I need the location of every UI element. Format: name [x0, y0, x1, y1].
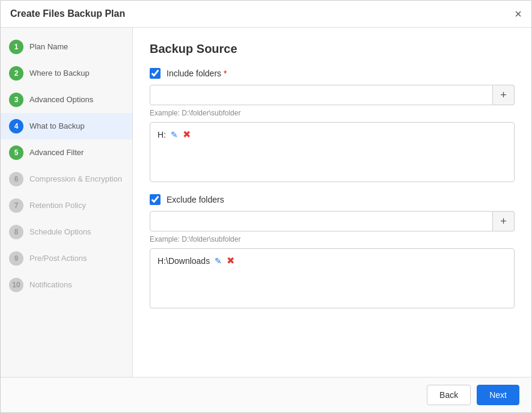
include-folders-label[interactable]: Include folders: [167, 69, 221, 78]
include-folder-entry: H: ✎ ✖: [157, 129, 507, 140]
sidebar-item-label-8: Schedule Options: [29, 227, 91, 237]
step-badge-8: 8: [9, 225, 23, 239]
edit-icon-2: ✎: [215, 256, 222, 266]
step-badge-3: 3: [9, 93, 23, 107]
modal-header: Create Files Backup Plan ×: [1, 1, 531, 28]
next-button[interactable]: Next: [477, 385, 519, 405]
step-badge-9: 9: [9, 251, 23, 266]
sidebar-item-label-3: Advanced Options: [29, 95, 93, 105]
modal-body: 1 Plan Name 2 Where to Backup 3 Advanced…: [1, 28, 531, 377]
include-folders-checkbox[interactable]: [150, 68, 161, 79]
include-example-text: Example: D:\folder\subfolder: [150, 109, 515, 117]
remove-icon-2: ✖: [227, 255, 234, 266]
sidebar-item-label-7: Retention Policy: [29, 201, 86, 211]
edit-icon: ✎: [171, 130, 178, 139]
modal-footer: Back Next: [1, 377, 531, 412]
exclude-input-row: +: [150, 211, 515, 231]
include-folder-name: H:: [157, 130, 166, 139]
sidebar-item-label-5: Advanced Filter: [29, 148, 84, 158]
include-folders-row: Include folders *: [150, 68, 515, 79]
required-star: *: [224, 69, 227, 78]
section-title: Backup Source: [150, 42, 515, 56]
sidebar-item-7: 7 Retention Policy: [1, 192, 132, 219]
sidebar-item-6: 6 Compression & Encryption: [1, 166, 132, 192]
step-badge-5: 5: [9, 145, 23, 160]
remove-icon: ✖: [183, 129, 191, 140]
include-folder-input[interactable]: [150, 85, 493, 105]
main-content: Backup Source Include folders * + Exampl…: [133, 28, 531, 377]
exclude-add-button[interactable]: +: [493, 211, 515, 231]
sidebar-item-4[interactable]: 4 What to Backup: [1, 113, 132, 139]
step-badge-7: 7: [9, 198, 23, 213]
include-edit-button[interactable]: ✎: [171, 130, 178, 139]
exclude-folder-entry: H:\Downloads ✎ ✖: [157, 255, 507, 266]
add-icon: +: [500, 89, 507, 102]
sidebar-item-8: 8 Schedule Options: [1, 219, 132, 245]
step-badge-4: 4: [9, 119, 23, 133]
step-badge-1: 1: [9, 40, 23, 54]
exclude-folders-label[interactable]: Exclude folders: [167, 195, 224, 204]
sidebar-item-3[interactable]: 3 Advanced Options: [1, 87, 132, 113]
exclude-remove-button[interactable]: ✖: [227, 255, 234, 266]
step-badge-10: 10: [9, 278, 23, 292]
sidebar-item-label-2: Where to Backup: [29, 69, 90, 79]
exclude-folders-row: Exclude folders: [150, 194, 515, 205]
sidebar-item-label-10: Notifications: [29, 280, 72, 290]
exclude-folder-input[interactable]: [150, 211, 493, 231]
modal-container: Create Files Backup Plan × 1 Plan Name 2…: [0, 0, 532, 413]
modal-title: Create Files Backup Plan: [10, 8, 125, 19]
sidebar-item-10: 10 Notifications: [1, 272, 132, 298]
exclude-edit-button[interactable]: ✎: [215, 256, 222, 266]
include-input-row: +: [150, 85, 515, 105]
sidebar-item-1[interactable]: 1 Plan Name: [1, 34, 132, 60]
sidebar-item-5[interactable]: 5 Advanced Filter: [1, 139, 132, 166]
include-folder-list: H: ✎ ✖: [150, 122, 515, 182]
exclude-example-text: Example: D:\folder\subfolder: [150, 235, 515, 243]
sidebar-item-label-4: What to Backup: [29, 121, 85, 132]
exclude-folders-checkbox[interactable]: [150, 194, 161, 205]
close-button[interactable]: ×: [515, 8, 522, 20]
back-button[interactable]: Back: [427, 385, 471, 405]
step-badge-6: 6: [9, 172, 23, 186]
sidebar: 1 Plan Name 2 Where to Backup 3 Advanced…: [1, 28, 133, 377]
sidebar-item-label-9: Pre/Post Actions: [29, 254, 87, 264]
sidebar-item-2[interactable]: 2 Where to Backup: [1, 60, 132, 87]
exclude-folder-list: H:\Downloads ✎ ✖: [150, 248, 515, 308]
sidebar-item-label-1: Plan Name: [29, 42, 68, 52]
exclude-folder-name: H:\Downloads: [157, 256, 210, 266]
sidebar-item-9: 9 Pre/Post Actions: [1, 245, 132, 272]
include-remove-button[interactable]: ✖: [183, 129, 191, 140]
step-badge-2: 2: [9, 66, 23, 81]
sidebar-item-label-6: Compression & Encryption: [29, 174, 122, 185]
include-add-button[interactable]: +: [493, 85, 515, 105]
add-icon-2: +: [500, 215, 507, 228]
